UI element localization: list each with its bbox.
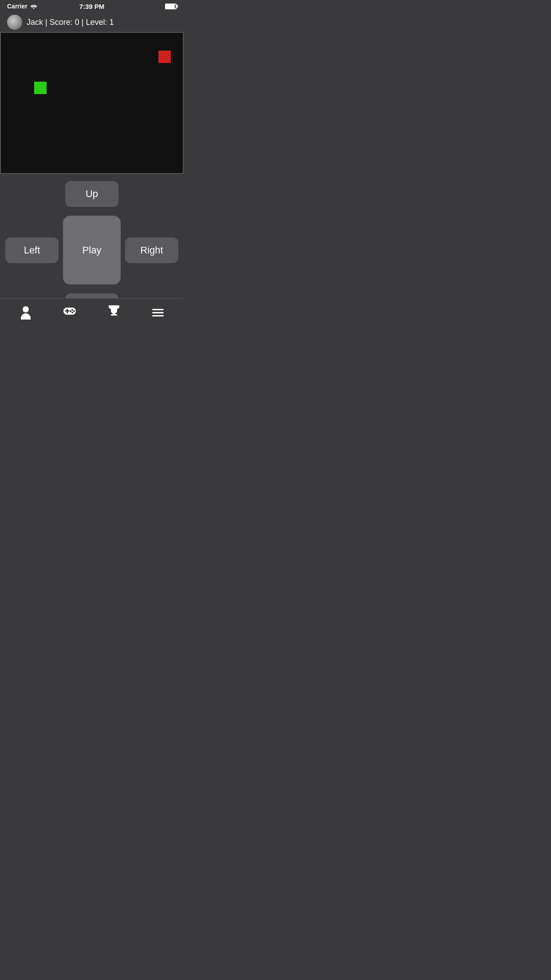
battery-icon	[165, 4, 177, 9]
player-block	[34, 82, 47, 94]
battery-fill	[166, 4, 175, 8]
tab-leaderboard[interactable]	[98, 299, 130, 327]
svg-rect-3	[65, 310, 69, 312]
svg-point-6	[71, 312, 73, 313]
trophy-icon	[107, 304, 121, 321]
tab-profile[interactable]	[10, 299, 41, 327]
up-row: Up	[65, 181, 118, 207]
person-body	[21, 313, 31, 320]
play-button[interactable]: Play	[63, 216, 121, 285]
svg-point-0	[33, 8, 35, 9]
controls-area: Up Left Play Right Down	[0, 174, 184, 319]
tab-menu[interactable]	[142, 299, 173, 327]
svg-point-4	[71, 309, 73, 311]
person-head	[23, 306, 29, 312]
left-button[interactable]: Left	[5, 237, 59, 263]
svg-rect-8	[113, 312, 115, 314]
tab-bar	[0, 298, 184, 327]
target-block	[158, 51, 171, 63]
svg-point-5	[73, 310, 75, 312]
svg-point-7	[70, 310, 71, 312]
svg-rect-9	[111, 314, 117, 316]
game-header: Jack | Score: 0 | Level: 1	[0, 12, 184, 32]
tab-game[interactable]	[54, 299, 85, 327]
game-canvas	[0, 32, 184, 174]
carrier-info: Carrier	[7, 3, 37, 10]
person-icon	[21, 306, 31, 320]
wifi-icon	[30, 4, 37, 9]
avatar	[7, 15, 22, 30]
menu-icon	[152, 309, 164, 316]
middle-row: Left Play Right	[5, 216, 178, 285]
carrier-label: Carrier	[7, 3, 28, 10]
menu-line-1	[152, 309, 164, 310]
up-button[interactable]: Up	[65, 181, 118, 207]
battery-container	[165, 4, 177, 9]
gamepad-icon	[62, 305, 78, 320]
avatar-image	[7, 15, 22, 30]
status-time: 7:39 PM	[79, 3, 105, 10]
menu-line-3	[152, 315, 164, 316]
menu-line-2	[152, 312, 164, 313]
header-title: Jack | Score: 0 | Level: 1	[27, 18, 114, 27]
status-bar: Carrier 7:39 PM	[0, 0, 184, 12]
right-button[interactable]: Right	[125, 237, 178, 263]
